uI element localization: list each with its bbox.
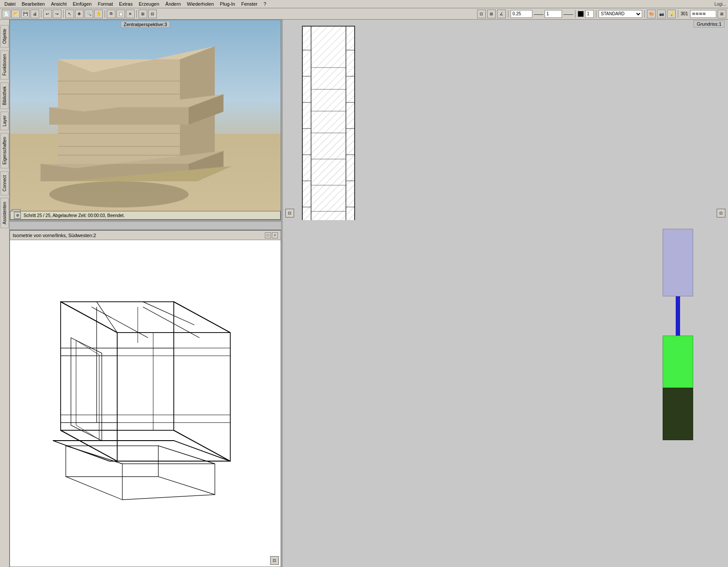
separator-r4 <box>644 10 645 18</box>
separator-r1 <box>508 10 508 18</box>
viewport-bottom-right <box>283 220 728 567</box>
color-block-middle <box>663 336 693 388</box>
svg-point-0 <box>49 181 189 207</box>
sidebar-tab-objekte[interactable]: Objekte <box>0 25 9 48</box>
sidebar-tab-eigenschaften[interactable]: Eigenschaften <box>0 133 9 168</box>
separator-3 <box>105 10 105 18</box>
isometry-nav-icon[interactable]: ⊡ <box>270 556 279 565</box>
toolbar-print[interactable]: 🖨 <box>30 10 39 18</box>
separator-1 <box>41 10 41 18</box>
toolbar-open[interactable]: 📂 <box>11 10 20 18</box>
viewport-perspective: Zentralperspektive:3 ⚙ Schritt 25 / 25, … <box>10 20 281 220</box>
toolbar-pan[interactable]: ✋ <box>94 10 103 18</box>
toolbar-save[interactable]: 💾 <box>21 10 30 18</box>
toolbar-coord-extra[interactable]: ⊞ <box>718 10 726 18</box>
color-block-bottom <box>663 388 693 440</box>
viewport-grundriss-area: Grundriss:1 <box>283 20 728 220</box>
menu-help[interactable]: ? <box>261 1 269 7</box>
grundriss-label: Grundriss:1 <box>694 20 725 27</box>
isometry-window-controls: □ × <box>265 232 278 238</box>
viewport-isometry: Isometrie von vorne/links, Südwesten:2 □… <box>10 230 281 567</box>
separator-r3 <box>596 10 596 18</box>
svg-marker-16 <box>61 302 230 333</box>
grundriss-nav-icon-left[interactable]: ⊡ <box>285 209 294 217</box>
status-text: Schritt 25 / 25, Abgelaufene Zeit: 00:00… <box>24 213 125 218</box>
svg-marker-37 <box>66 446 122 500</box>
toolbar-group[interactable]: ⊞ <box>139 10 147 18</box>
left-sidebar: Objekte Funktionen Bibliothek Layer Eige… <box>0 20 10 567</box>
vertical-divider[interactable] <box>281 20 283 567</box>
sidebar-tab-connect[interactable]: Connect <box>0 171 9 195</box>
scale-separator: —— <box>534 11 543 17</box>
menu-login: Logi... <box>714 2 726 7</box>
toolbar-right: ⊡ ⊞ ∠ —— —— STANDARD 🎨 📷 💡 301 ⊞ <box>477 10 726 18</box>
status-bar: ⚙ Schritt 25 / 25, Abgelaufene Zeit: 00:… <box>10 211 281 220</box>
sidebar-tab-assistenten[interactable]: Assistenten <box>0 198 9 228</box>
menu-ansicht[interactable]: Ansicht <box>48 1 69 7</box>
separator-r2 <box>575 10 576 18</box>
toolbar: 📄 📂 💾 🖨 ↩ ↪ ↖ ✥ 🔍 ✋ ⧉ 📋 ✕ ⊞ ⊟ ⊡ ⊞ ∠ —— —… <box>0 8 728 20</box>
main-area: Objekte Funktionen Bibliothek Layer Eige… <box>0 20 728 567</box>
toolbar-redo[interactable]: ↪ <box>53 10 61 18</box>
scale-input[interactable] <box>511 10 532 18</box>
svg-marker-20 <box>71 338 102 441</box>
menu-wiederholen[interactable]: Wiederholen <box>184 1 217 7</box>
svg-line-40 <box>122 495 215 500</box>
separator-2 <box>63 10 64 18</box>
toolbar-snap[interactable]: ⊡ <box>477 10 486 18</box>
menu-einfuegen[interactable]: Einfügen <box>70 1 94 7</box>
scale2-input[interactable] <box>545 10 562 18</box>
separator-r5 <box>678 10 678 18</box>
svg-marker-38 <box>158 446 215 495</box>
svg-line-30 <box>91 307 148 338</box>
toolbar-render[interactable]: 🎨 <box>647 10 656 18</box>
sidebar-tab-funktionen[interactable]: Funktionen <box>0 50 9 79</box>
menubar: Datei Bearbeiten Ansicht Einfügen Format… <box>0 0 728 8</box>
toolbar-undo[interactable]: ↩ <box>43 10 52 18</box>
svg-marker-18 <box>174 302 230 461</box>
toolbar-paste[interactable]: 📋 <box>116 10 125 18</box>
menu-fenster[interactable]: Fenster <box>239 1 260 7</box>
svg-line-44 <box>97 302 117 333</box>
sidebar-tab-bibliothek[interactable]: Bibliothek <box>0 82 9 109</box>
menu-extras[interactable]: Extras <box>116 1 135 7</box>
coord-input[interactable] <box>690 10 716 18</box>
menu-format[interactable]: Format <box>95 1 115 7</box>
menu-bearbeiten[interactable]: Bearbeiten <box>19 1 47 7</box>
horizontal-divider[interactable] <box>10 220 281 222</box>
style-select[interactable]: STANDARD <box>599 10 642 18</box>
color-line-blue <box>676 296 680 336</box>
content-area: Zentralperspektive:3 ⚙ Schritt 25 / 25, … <box>10 20 728 567</box>
isometry-svg <box>14 243 271 561</box>
menu-plugin[interactable]: Plug-In <box>217 1 238 7</box>
menu-erzeugen[interactable]: Erzeugen <box>136 1 162 7</box>
scale2-separator: —— <box>563 11 573 17</box>
toolbar-camera[interactable]: 📷 <box>657 10 666 18</box>
menu-aendern[interactable]: Ändern <box>163 1 183 7</box>
toolbar-ungroup[interactable]: ⊟ <box>148 10 157 18</box>
toolbar-delete[interactable]: ✕ <box>126 10 135 18</box>
toolbar-new[interactable]: 📄 <box>2 10 10 18</box>
menu-datei[interactable]: Datei <box>2 1 18 7</box>
toolbar-move[interactable]: ✥ <box>75 10 84 18</box>
toolbar-copy[interactable]: ⧉ <box>107 10 115 18</box>
separator-4 <box>136 10 137 18</box>
toolbar-select[interactable]: ↖ <box>65 10 74 18</box>
toolbar-angle[interactable]: ∠ <box>497 10 506 18</box>
svg-marker-35 <box>53 441 230 461</box>
isometry-close[interactable]: × <box>272 232 278 238</box>
isometry-titlebar: Isometrie von vorne/links, Südwesten:2 □… <box>10 231 281 240</box>
grundriss-nav-icon-right[interactable]: ⊡ <box>717 209 725 217</box>
sidebar-tab-layer[interactable]: Layer <box>0 112 9 130</box>
status-icon: ⚙ <box>14 212 21 219</box>
wall-3d-svg <box>32 37 271 220</box>
toolbar-grid[interactable]: ⊞ <box>487 10 496 18</box>
toolbar-zoom[interactable]: 🔍 <box>85 10 93 18</box>
isometry-minimize[interactable]: □ <box>265 232 271 238</box>
layer-number-input[interactable] <box>585 10 594 18</box>
svg-line-45 <box>143 302 194 325</box>
isometry-title: Isometrie von vorne/links, Südwesten:2 <box>13 233 96 238</box>
color-diagram <box>663 229 693 440</box>
svg-marker-17 <box>61 302 117 461</box>
toolbar-light[interactable]: 💡 <box>667 10 676 18</box>
